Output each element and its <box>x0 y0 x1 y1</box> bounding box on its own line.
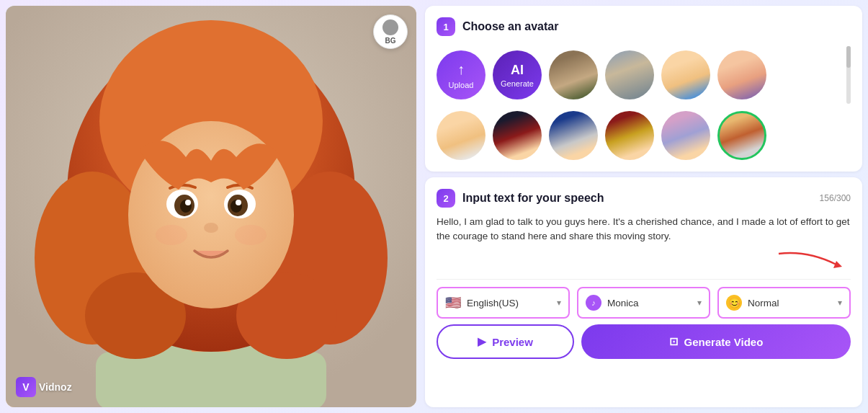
avatar-princess[interactable] <box>717 50 766 99</box>
generate-video-button[interactable]: ⊡ Generate Video <box>581 324 851 359</box>
avatar-wonder-woman[interactable] <box>493 111 542 160</box>
section1-title: Choose an avatar <box>462 20 558 33</box>
svg-point-22 <box>235 225 267 245</box>
step2-badge: 2 <box>437 189 455 208</box>
language-chevron-icon: ▾ <box>557 298 561 308</box>
preview-label: Preview <box>492 336 533 348</box>
language-dropdown[interactable]: 🇺🇸 English(US) ▾ <box>437 287 570 319</box>
input-text-section: 2 Input text for your speech 156/300 🇺🇸 … <box>425 177 862 407</box>
generate-label: Generate <box>501 79 534 88</box>
avatar-ironman[interactable] <box>605 111 654 160</box>
avatar-einstein[interactable] <box>605 50 654 99</box>
choose-avatar-section: 1 Choose an avatar ↑ Upload AI Generate <box>425 6 862 172</box>
bg-label: BG <box>385 37 396 45</box>
voice-label: Monica <box>607 298 692 308</box>
char-count: 156/300 <box>820 193 851 203</box>
emotion-chevron-icon: ▾ <box>838 298 842 308</box>
flag-icon: 🇺🇸 <box>445 295 461 311</box>
svg-point-15 <box>185 200 191 205</box>
generate-icon: ⊡ <box>669 335 679 348</box>
preview-button[interactable]: ▶ Preview <box>437 324 574 359</box>
logo-watermark: V Vidnoz <box>16 377 72 397</box>
upload-label: Upload <box>449 81 474 89</box>
voice-chevron-icon: ▾ <box>697 298 702 308</box>
avatar-mona[interactable] <box>549 50 598 99</box>
ai-label: AI <box>511 63 524 78</box>
avatar-grid: ↑ Upload AI Generate <box>437 46 851 160</box>
svg-point-20 <box>204 223 218 233</box>
avatar-preview-panel: BG V Vidnoz <box>6 6 416 407</box>
section2-title: Input text for your speech <box>462 192 604 205</box>
step1-badge: 1 <box>437 17 455 36</box>
avatar-row-2 <box>437 111 851 160</box>
emotion-dropdown[interactable]: 😊 Normal ▾ <box>717 287 851 319</box>
emotion-icon: 😊 <box>726 295 742 311</box>
brand-name: Vidnoz <box>39 381 72 393</box>
right-panel: 1 Choose an avatar ↑ Upload AI Generate <box>422 0 868 413</box>
controls-row: 🇺🇸 English(US) ▾ ♪ Monica ▾ 😊 Normal ▾ <box>437 279 851 321</box>
play-icon: ▶ <box>478 335 486 348</box>
avatar-row-1: ↑ Upload AI Generate <box>437 46 851 104</box>
generate-label: Generate Video <box>684 336 764 348</box>
voice-icon: ♪ <box>586 295 601 311</box>
avatar-cartoon-boy[interactable] <box>661 50 710 99</box>
avatar-redhead[interactable] <box>717 111 766 160</box>
logo-icon: V <box>16 377 36 397</box>
language-label: English(US) <box>467 298 551 308</box>
generate-avatar-button[interactable]: AI Generate <box>493 50 542 99</box>
section1-header: 1 Choose an avatar <box>437 17 851 36</box>
bottom-buttons: ▶ Preview ⊡ Generate Video <box>437 321 851 359</box>
avatar-superman[interactable] <box>549 111 598 160</box>
bg-button[interactable]: BG <box>373 14 408 49</box>
speech-textarea[interactable] <box>437 215 851 276</box>
emotion-label: Normal <box>748 298 832 308</box>
upload-avatar-button[interactable]: ↑ Upload <box>437 50 486 99</box>
svg-point-21 <box>156 225 187 245</box>
section2-header: 2 Input text for your speech 156/300 <box>437 189 851 208</box>
avatar-young-man[interactable] <box>437 111 486 160</box>
voice-dropdown[interactable]: ♪ Monica ▾ <box>577 287 710 319</box>
svg-point-19 <box>236 200 241 205</box>
avatar-scrollbar[interactable] <box>846 46 851 104</box>
avatar-harley[interactable] <box>661 111 710 160</box>
svg-rect-3 <box>96 352 326 407</box>
